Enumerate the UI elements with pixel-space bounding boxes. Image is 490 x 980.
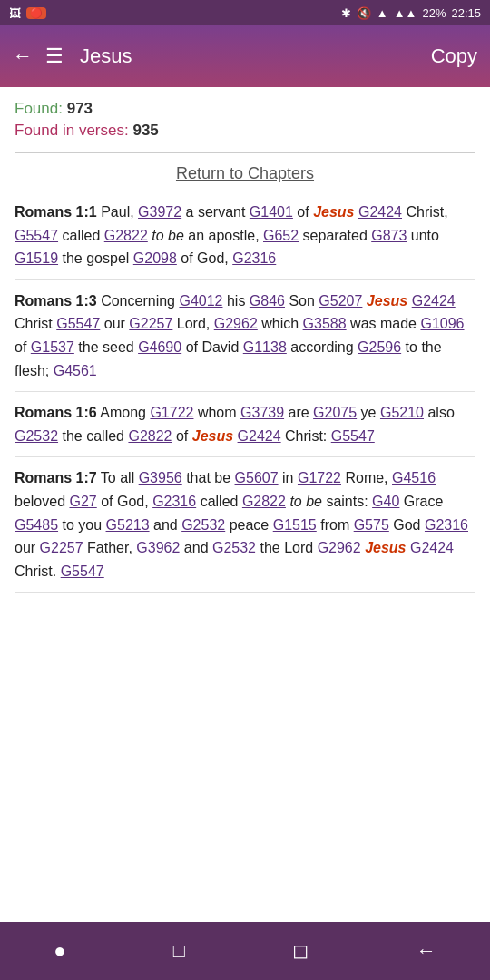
greek-link-g2962a[interactable]: G2962: [214, 316, 258, 331]
verse-text: beloved: [15, 494, 70, 509]
greek-link-g2316a[interactable]: G2316: [232, 250, 276, 266]
verse-text: separated: [303, 228, 372, 243]
verse-ref-romans-1-7: Romans 1:7: [15, 470, 97, 485]
verse-text: Lord,: [177, 316, 214, 331]
verse-text: To all: [101, 470, 139, 485]
greek-link-g3588[interactable]: G3588: [303, 316, 347, 331]
verse-text: the gospel: [63, 250, 133, 266]
verse-text: called: [63, 228, 104, 243]
verse-text: God: [393, 517, 425, 533]
greek-link-g3956[interactable]: G3956: [139, 470, 182, 485]
greek-link-g5547d[interactable]: G5547: [61, 564, 104, 579]
battery-text: 22%: [422, 6, 446, 20]
greek-link-g1515[interactable]: G1515: [273, 517, 317, 533]
top-bar: ← ☰ Jesus Copy: [0, 25, 490, 87]
verse-text: which: [261, 316, 302, 331]
greek-link-g5547c[interactable]: G5547: [331, 428, 375, 444]
greek-link-g3972[interactable]: G3972: [138, 204, 181, 220]
jesus-highlight-1-3: Jesus: [367, 293, 407, 309]
greek-link-g1537[interactable]: G1537: [31, 339, 74, 355]
verse-text: Concerning: [101, 293, 179, 309]
verse-text: according: [290, 339, 358, 355]
greek-link-g2822a[interactable]: G2822: [104, 228, 148, 243]
greek-link-g2822c[interactable]: G2822: [242, 494, 286, 509]
verse-text: our: [15, 540, 40, 555]
greek-link-g2424c[interactable]: G2424: [238, 428, 281, 444]
back-nav-icon[interactable]: ←: [416, 939, 436, 963]
photo-icon: 🖼: [9, 6, 21, 20]
greek-link-g1519[interactable]: G1519: [15, 250, 58, 266]
greek-link-g3739[interactable]: G3739: [240, 405, 284, 420]
verse-text: unto: [411, 228, 439, 243]
verse-ref-romans-1-6: Romans 1:6: [15, 405, 97, 420]
greek-link-g4690[interactable]: G4690: [138, 339, 181, 355]
return-to-chapters-link[interactable]: Return to Chapters: [15, 164, 475, 183]
notification-icon: 🔴: [26, 7, 46, 19]
greek-link-g4012[interactable]: G4012: [179, 293, 222, 309]
verse-block-romans-1-3: Romans 1:3 Concerning G4012 his G846 Son…: [15, 289, 475, 392]
greek-link-g2596[interactable]: G2596: [358, 339, 401, 355]
jesus-highlight-1-6: Jesus: [192, 428, 233, 444]
greek-link-g5485[interactable]: G5485: [15, 517, 58, 533]
verse-text: whom: [198, 405, 240, 420]
jesus-highlight-1-7: Jesus: [365, 540, 406, 555]
greek-link-g1138[interactable]: G1138: [243, 339, 287, 355]
greek-link-g3962[interactable]: G3962: [136, 540, 180, 555]
back-button[interactable]: ←: [13, 44, 33, 68]
greek-link-g2098[interactable]: G2098: [133, 250, 177, 266]
greek-link-g2424b[interactable]: G2424: [412, 293, 456, 309]
greek-link-g2532b[interactable]: G2532: [181, 517, 225, 533]
greek-link-g2424d[interactable]: G2424: [410, 540, 454, 555]
home-icon[interactable]: ●: [54, 939, 65, 963]
bottom-nav-bar: ● □ ◻ ←: [0, 922, 490, 980]
verse-ref-romans-1-3: Romans 1:3: [15, 293, 97, 309]
verse-text: Son: [289, 293, 318, 309]
greek-link-g5210[interactable]: G5210: [380, 405, 424, 420]
greek-link-g2316c[interactable]: G2316: [425, 517, 468, 533]
verse-text: of: [297, 204, 313, 220]
greek-link-g4516[interactable]: G4516: [392, 470, 436, 485]
greek-link-g1722a[interactable]: G1722: [150, 405, 193, 420]
greek-link-g40[interactable]: G40: [372, 494, 399, 509]
greek-link-g4561[interactable]: G4561: [54, 363, 97, 378]
greek-link-g652[interactable]: G652: [263, 228, 299, 243]
greek-link-g2075[interactable]: G2075: [313, 405, 357, 420]
greek-link-g846[interactable]: G846: [250, 293, 285, 309]
page-title: Jesus: [80, 44, 431, 68]
greek-link-g2257b[interactable]: G2257: [40, 540, 83, 555]
greek-link-g2257a[interactable]: G2257: [129, 316, 172, 331]
greek-link-g5213[interactable]: G5213: [106, 517, 150, 533]
greek-link-g2822b[interactable]: G2822: [128, 428, 172, 444]
greek-link-g2532c[interactable]: G2532: [212, 540, 256, 555]
greek-link-g5207[interactable]: G5207: [318, 293, 362, 309]
greek-link-g2532a[interactable]: G2532: [15, 428, 58, 444]
verse-text: Christ:: [285, 428, 331, 444]
greek-link-g27[interactable]: G27: [70, 494, 97, 509]
greek-link-g2424a[interactable]: G2424: [358, 204, 402, 220]
greek-link-g5547a[interactable]: G5547: [15, 228, 58, 243]
verse-text: the Lord: [260, 540, 317, 555]
status-right: ✱ 🔇 ▲ ▲▲ 22% 22:15: [341, 6, 481, 20]
greek-link-g575[interactable]: G575: [354, 517, 389, 533]
found-number: 973: [67, 100, 93, 117]
overview-icon[interactable]: ◻: [292, 939, 309, 963]
menu-button[interactable]: ☰: [45, 44, 64, 68]
verse-text: of God,: [181, 250, 232, 266]
verse-text: and: [184, 540, 212, 555]
greek-link-g5607[interactable]: G5607: [235, 470, 279, 485]
return-link-text[interactable]: Return to Chapters: [176, 164, 314, 182]
verse-text: our: [104, 316, 130, 331]
greek-link-g1401[interactable]: G1401: [250, 204, 293, 220]
greek-link-g2962b[interactable]: G2962: [318, 540, 361, 555]
greek-link-g2316b[interactable]: G2316: [152, 494, 196, 509]
recent-apps-icon[interactable]: □: [173, 939, 185, 963]
verse-text: peace: [230, 517, 273, 533]
greek-link-g1096[interactable]: G1096: [420, 316, 464, 331]
greek-link-g5547b[interactable]: G5547: [56, 316, 100, 331]
verse-ref-romans-1-1: Romans 1:1: [15, 204, 97, 220]
divider-return: [15, 191, 475, 191]
copy-button[interactable]: Copy: [431, 44, 477, 68]
greek-link-g873[interactable]: G873: [371, 228, 407, 243]
found-count-line: Found: 973: [15, 100, 475, 118]
greek-link-g1722b[interactable]: G1722: [298, 470, 341, 485]
